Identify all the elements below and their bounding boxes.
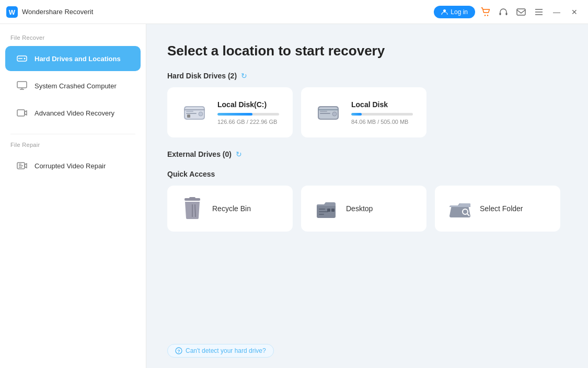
recycle-bin-label: Recycle Bin: [212, 204, 251, 213]
sidebar-item-system-crashed[interactable]: System Crashed Computer: [5, 73, 141, 98]
sidebar-item-label-advanced-video: Advanced Video Recovery: [34, 109, 114, 117]
sidebar: File Recover Hard Drives and Locations: [0, 24, 146, 368]
page-title: Select a location to start recovery: [167, 43, 567, 59]
menu-button[interactable]: [532, 5, 546, 19]
app-logo: W Wondershare Recoverit: [6, 6, 434, 18]
svg-text:W: W: [9, 8, 16, 16]
quick-card-recycle-bin[interactable]: Recycle Bin: [167, 186, 293, 232]
app-logo-icon: W: [6, 6, 18, 18]
hard-disk-refresh-icon[interactable]: ↻: [241, 72, 249, 80]
drive-local-icon: [315, 99, 342, 126]
drive-c-name: Local Disk(C:): [217, 100, 279, 109]
svg-rect-44: [319, 211, 328, 212]
sidebar-divider: [10, 134, 135, 134]
svg-point-12: [24, 58, 26, 60]
cart-button[interactable]: [478, 5, 493, 19]
svg-rect-14: [17, 82, 27, 88]
login-button[interactable]: Log in: [434, 6, 475, 18]
hard-disk-section-header: Hard Disk Drives (2) ↻: [167, 72, 567, 80]
quick-access-grid: Recycle Bin: [167, 186, 567, 232]
svg-rect-6: [506, 13, 508, 15]
svg-rect-43: [319, 209, 325, 210]
hard-drives-icon: [16, 52, 28, 65]
svg-line-41: [195, 204, 195, 217]
svg-text:?: ?: [177, 349, 180, 354]
mail-icon: [516, 7, 526, 17]
sidebar-item-advanced-video[interactable]: Advanced Video Recovery: [5, 100, 141, 125]
sidebar-item-label-system-crashed: System Crashed Computer: [34, 82, 117, 90]
sidebar-item-label-hard-drives: Hard Drives and Locations: [34, 55, 121, 63]
menu-icon: [534, 7, 544, 17]
help-link[interactable]: ? Can't detect your hard drive?: [167, 344, 274, 358]
external-drives-refresh-icon[interactable]: ↻: [236, 150, 244, 158]
svg-marker-23: [25, 164, 27, 168]
main-layout: File Recover Hard Drives and Locations: [0, 24, 588, 368]
svg-point-27: [199, 112, 203, 116]
svg-rect-46: [327, 209, 330, 212]
svg-rect-30: [187, 114, 190, 118]
bottom-bar: ? Can't detect your hard drive?: [167, 334, 567, 358]
drive-c-progress-bar: [217, 113, 279, 116]
titlebar: W Wondershare Recoverit Log in: [0, 0, 588, 24]
svg-rect-28: [186, 113, 197, 114]
svg-point-3: [485, 15, 486, 16]
drive-c-progress-fill: [217, 113, 252, 116]
desktop-label: Desktop: [346, 204, 373, 213]
headphones-button[interactable]: [496, 5, 511, 19]
svg-rect-38: [189, 197, 195, 199]
svg-rect-35: [320, 113, 330, 114]
svg-rect-36: [320, 111, 327, 112]
system-crashed-icon: [16, 79, 28, 92]
recycle-bin-icon: [181, 197, 204, 220]
cart-icon: [481, 7, 490, 17]
close-button[interactable]: ✕: [567, 5, 582, 19]
drive-c-size: 126.66 GB / 222.96 GB: [217, 119, 279, 125]
drive-local-info: Local Disk 84.06 MB / 505.00 MB: [351, 100, 413, 125]
external-drives-section-header: External Drives (0) ↻: [167, 150, 567, 158]
quick-card-desktop[interactable]: Desktop: [301, 186, 426, 232]
svg-rect-17: [17, 110, 25, 116]
drive-c-info: Local Disk(C:) 126.66 GB / 222.96 GB: [217, 100, 279, 125]
external-drives-section-title: External Drives (0): [167, 150, 232, 158]
app-title: Wondershare Recoverit: [22, 8, 93, 16]
drive-local-size: 84.06 MB / 505.00 MB: [351, 119, 413, 125]
drive-card-c[interactable]: Local Disk(C:) 126.66 GB / 222.96 GB: [167, 87, 293, 137]
desktop-icon: [315, 197, 338, 220]
drive-local-name: Local Disk: [351, 100, 413, 109]
hard-disk-section-title: Hard Disk Drives (2): [167, 72, 237, 80]
drive-cards-grid: Local Disk(C:) 126.66 GB / 222.96 GB: [167, 87, 567, 137]
drive-c-icon: [181, 99, 208, 126]
headphones-icon: [499, 7, 508, 17]
svg-rect-33: [318, 109, 339, 110]
svg-rect-5: [500, 13, 501, 15]
select-folder-label: Select Folder: [480, 204, 523, 213]
corrupted-video-icon: [16, 159, 28, 172]
minimize-button[interactable]: —: [549, 5, 564, 19]
svg-rect-47: [331, 209, 335, 212]
content-area: Select a location to start recovery Hard…: [146, 24, 588, 368]
file-repair-label: File Repair: [0, 142, 146, 152]
svg-rect-7: [517, 9, 525, 15]
drive-local-progress-fill: [351, 113, 362, 116]
svg-point-34: [332, 112, 337, 116]
drive-card-local[interactable]: Local Disk 84.06 MB / 505.00 MB: [301, 87, 426, 137]
svg-marker-18: [25, 111, 27, 115]
svg-point-4: [487, 15, 488, 16]
svg-rect-26: [184, 109, 205, 110]
sidebar-item-label-corrupted-video: Corrupted Video Repair: [34, 162, 106, 170]
advanced-video-icon: [16, 107, 28, 119]
sidebar-item-corrupted-video[interactable]: Corrupted Video Repair: [5, 153, 141, 178]
select-folder-icon: [448, 197, 471, 220]
user-icon: [441, 8, 448, 15]
drive-local-progress-bar: [351, 113, 413, 116]
help-icon: ?: [175, 347, 182, 354]
quick-access-section-header: Quick Access: [167, 170, 567, 178]
quick-access-section-title: Quick Access: [167, 170, 215, 178]
sidebar-item-hard-drives[interactable]: Hard Drives and Locations: [5, 46, 141, 71]
file-recover-label: File Recover: [0, 34, 146, 45]
quick-card-select-folder[interactable]: Select Folder: [435, 186, 560, 232]
titlebar-actions: Log in: [434, 5, 582, 19]
svg-point-2: [443, 9, 446, 12]
svg-rect-45: [319, 214, 324, 215]
mail-button[interactable]: [514, 5, 528, 19]
